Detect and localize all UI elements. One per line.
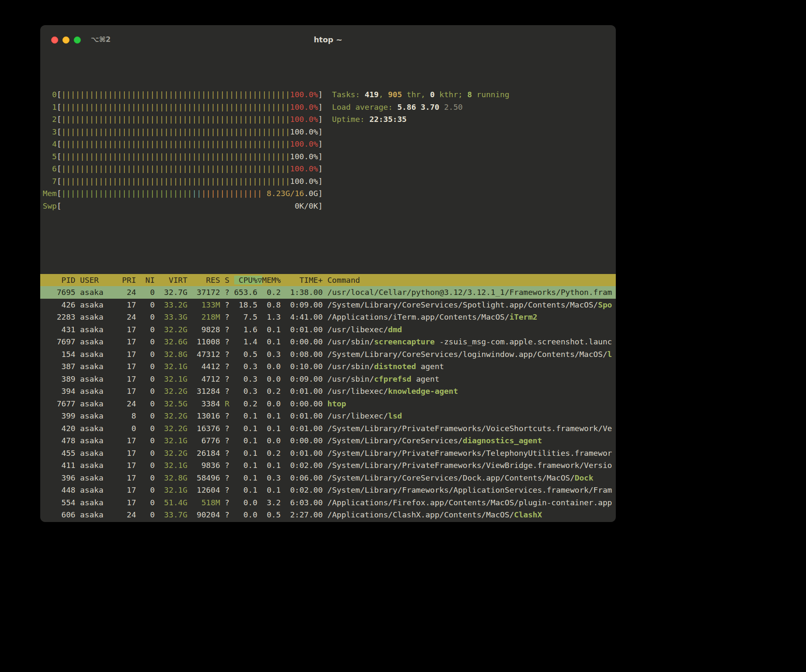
process-row[interactable]: 478 asaka 17 0 32.1G 6776 ? 0.1 0.0 0:00…: [40, 434, 616, 447]
process-row[interactable]: 448 asaka 17 0 32.1G 12604 ? 0.1 0.1 0:0…: [40, 484, 616, 496]
pid-cell: 154: [43, 350, 75, 359]
text-segment: 2.50: [444, 103, 463, 111]
time-cell: 0:09.00: [285, 375, 323, 383]
meter-bars: ||||||||||||||||||||||||||||||||||||||||…: [62, 88, 290, 101]
pri-cell: 17: [122, 362, 136, 371]
virt-cell: 33.2G: [159, 300, 187, 309]
pri-cell: 17: [122, 300, 136, 309]
spacer: [230, 325, 234, 334]
spacer: [323, 449, 327, 457]
close-button[interactable]: [51, 36, 58, 44]
spacer: [75, 510, 80, 519]
header-ni[interactable]: NI: [141, 276, 155, 284]
virt-cell: 32.1G: [159, 461, 187, 470]
command-cell: /usr/sbin/distnoted agent: [328, 362, 444, 371]
process-row[interactable]: 396 asaka 17 0 32.8G 58496 ? 0.1 0.3 0:0…: [40, 472, 616, 484]
virt-cell: 33.3G: [159, 313, 187, 321]
meter-bracket: [: [57, 90, 61, 99]
spacer: [230, 313, 234, 321]
cpu-meter-label: 1: [43, 103, 57, 111]
mem-meter-label: Mem: [43, 189, 57, 198]
cpu-cell: 0.1: [234, 436, 258, 445]
spacer: [230, 424, 234, 433]
meter-bracket: ]: [318, 103, 323, 111]
process-row[interactable]: 2283 asaka 24 0 33.3G 218M ? 7.5 1.3 4:4…: [40, 311, 616, 323]
pid-cell: 606: [43, 510, 75, 519]
state-cell: ?: [225, 350, 229, 359]
header-mem[interactable]: MEM%: [262, 276, 281, 284]
spacer: [323, 473, 327, 482]
terminal-window: ⌥⌘2 htop ~ 0[|||||||||||||||||||||||||||…: [40, 25, 616, 522]
header-command[interactable]: Command: [327, 276, 360, 284]
spacer: [230, 362, 234, 371]
spacer: [155, 449, 159, 457]
spacer: [75, 337, 80, 346]
meter-bracket: [: [57, 164, 61, 173]
header-cpu-sorted[interactable]: CPU%▽: [234, 276, 262, 284]
meter-bracket: ]: [318, 115, 323, 124]
spacer: [323, 313, 327, 321]
process-row[interactable]: 7695 asaka 24 0 32.7G 37172 ? 653.6 0.2 …: [40, 286, 616, 299]
state-cell: ?: [225, 510, 229, 519]
zoom-button[interactable]: [74, 36, 81, 44]
header-user[interactable]: USER: [80, 276, 122, 284]
meter-bars: ||: [192, 187, 201, 200]
ni-cell: 0: [141, 449, 155, 457]
process-row[interactable]: 399 asaka 8 0 32.2G 13016 ? 0.1 0.1 0:01…: [40, 410, 616, 422]
process-row[interactable]: 154 asaka 17 0 32.8G 47312 ? 0.5 0.3 0:0…: [40, 348, 616, 361]
process-row[interactable]: 465 asaka 17 0 32.2G 15320 ? 0.0 0.1 0:0…: [40, 521, 616, 522]
spacer: [75, 436, 80, 445]
process-row[interactable]: 389 asaka 17 0 32.1G 4712 ? 0.3 0.0 0:09…: [40, 373, 616, 385]
cpu-meter-label: 4: [43, 140, 57, 148]
header-state[interactable]: S: [225, 276, 229, 284]
process-row[interactable]: 426 asaka 17 0 33.2G 133M ? 18.5 0.8 0:0…: [40, 299, 616, 311]
process-row[interactable]: 387 asaka 17 0 32.1G 4412 ? 0.3 0.0 0:10…: [40, 360, 616, 373]
minimize-button[interactable]: [62, 36, 70, 44]
process-row[interactable]: 606 asaka 24 0 33.7G 90204 ? 0.0 0.5 2:2…: [40, 509, 616, 521]
spacer: [75, 498, 80, 507]
text-segment: Tasks:: [332, 90, 365, 99]
process-row[interactable]: 394 asaka 17 0 32.2G 31284 ? 0.3 0.2 0:0…: [40, 385, 616, 398]
time-cell: 4:41.00: [285, 313, 323, 321]
header-pri[interactable]: PRI: [122, 276, 136, 284]
spacer: [281, 424, 285, 433]
header-res[interactable]: RES: [192, 276, 220, 284]
command-path: /Applications/Firefox.app/Contents/MacOS…: [328, 498, 612, 507]
cpu-meter-1: 1[||||||||||||||||||||||||||||||||||||||…: [40, 101, 616, 114]
text-segment: Load average:: [332, 103, 398, 111]
time-cell: 0:00.00: [285, 337, 323, 346]
process-row[interactable]: 431 asaka 17 0 32.2G 9828 ? 1.6 0.1 0:01…: [40, 323, 616, 336]
process-row[interactable]: 455 asaka 17 0 32.2G 26184 ? 0.1 0.2 0:0…: [40, 447, 616, 460]
command-path: /System/Library/PrivateFrameworks/ViewBr…: [328, 461, 612, 470]
table-header[interactable]: PID USER PRI NI VIRT RES S CPU%▽MEM% TIM…: [40, 274, 616, 287]
pid-cell: 411: [43, 461, 75, 470]
spacer: [323, 436, 327, 445]
spacer: [155, 498, 159, 507]
command-cell: /System/Library/PrivateFrameworks/VoiceS…: [328, 424, 612, 433]
header-time[interactable]: TIME+: [285, 276, 323, 284]
cpu-percent: 100.0%: [290, 175, 318, 188]
process-row[interactable]: 7697 asaka 17 0 32.6G 11008 ? 1.4 0.1 0:…: [40, 336, 616, 348]
command-path: /System/Library/Frameworks/ApplicationSe…: [328, 486, 612, 494]
process-row[interactable]: 554 asaka 17 0 51.4G 518M ? 0.0 3.2 6:03…: [40, 496, 616, 509]
spacer: [230, 399, 234, 408]
blank-line: [40, 237, 616, 249]
ni-cell: 0: [141, 424, 155, 433]
text-segment: ,: [379, 90, 388, 99]
header-pid[interactable]: PID: [43, 276, 75, 284]
process-row[interactable]: 411 asaka 17 0 32.1G 9836 ? 0.1 0.1 0:02…: [40, 459, 616, 472]
mem-cell: 0.2: [262, 449, 281, 457]
time-cell: 0:01.00: [285, 411, 323, 420]
process-row[interactable]: 7677 asaka 24 0 32.5G 3384 R 0.2 0.0 0:0…: [40, 398, 616, 410]
spacer: [136, 350, 141, 359]
spacer: [136, 424, 141, 433]
process-row[interactable]: 420 asaka 0 0 32.2G 16376 ? 0.1 0.1 0:01…: [40, 422, 616, 435]
pri-cell: 24: [122, 288, 136, 297]
spacer: [257, 510, 262, 519]
ni-cell: 0: [141, 461, 155, 470]
pri-cell: 17: [122, 350, 136, 359]
virt-cell: 33.7G: [159, 510, 187, 519]
header-virt[interactable]: VIRT: [159, 276, 187, 284]
spacer: [220, 436, 225, 445]
spacer: [230, 387, 234, 395]
